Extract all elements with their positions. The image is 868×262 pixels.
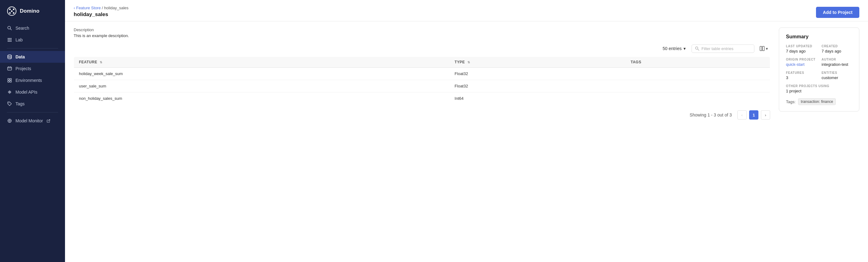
- svg-point-17: [8, 55, 11, 57]
- sidebar-divider: [7, 48, 58, 48]
- sidebar: Domino Search Lab Data Projects Environm…: [0, 0, 65, 262]
- description-text: This is an example description.: [74, 33, 770, 38]
- origin-project-label: ORIGIN PROJECT: [786, 58, 816, 61]
- sidebar-item-model-apis-label: Model APIs: [16, 89, 37, 95]
- table-header-row: FEATURE ⇅ TYPE ⇅ TAGS: [74, 57, 770, 68]
- page-1-button[interactable]: 1: [749, 110, 758, 120]
- sidebar-lab-item[interactable]: Lab: [0, 34, 65, 46]
- pagination-area: Showing 1 - 3 out of 3 ‹ 1 ›: [74, 110, 770, 120]
- sidebar-item-data-label: Data: [16, 54, 25, 59]
- sidebar-item-projects-label: Projects: [16, 66, 31, 71]
- features-value: 3: [786, 75, 816, 80]
- table-row: user_sale_sum Float32: [74, 80, 770, 92]
- table-cell-type: Int64: [450, 92, 626, 105]
- columns-button[interactable]: ▾: [757, 44, 770, 52]
- content-area: Description This is an example descripti…: [65, 21, 868, 262]
- svg-point-5: [11, 10, 13, 12]
- chevron-down-icon: ▾: [683, 46, 686, 51]
- created-label: CREATED: [822, 44, 852, 48]
- model-monitor-icon: [7, 118, 12, 123]
- search-icon: [7, 25, 12, 31]
- sidebar-divider-2: [7, 112, 58, 112]
- description-section: Description This is an example descripti…: [74, 28, 770, 38]
- description-label: Description: [74, 28, 770, 32]
- domino-logo-icon: [7, 6, 17, 16]
- svg-rect-9: [9, 38, 10, 39]
- sidebar-item-model-monitor[interactable]: Model Monitor: [0, 115, 65, 127]
- entries-label: 50 entries: [663, 46, 682, 51]
- table-cell-feature: non_holiday_sales_sum: [74, 92, 450, 105]
- svg-line-7: [10, 29, 11, 30]
- svg-point-4: [13, 12, 14, 14]
- data-icon: [7, 54, 12, 60]
- entries-dropdown[interactable]: 50 entries ▾: [660, 44, 688, 53]
- svg-rect-21: [8, 81, 9, 82]
- sidebar-item-model-apis[interactable]: Model APIs: [0, 86, 65, 98]
- table-cell-type: Float32: [450, 80, 626, 92]
- sidebar-item-environments[interactable]: Environments: [0, 74, 65, 86]
- content-left: Description This is an example descripti…: [74, 28, 770, 256]
- svg-rect-8: [8, 38, 9, 39]
- filter-search-icon: [695, 46, 699, 51]
- svg-rect-20: [10, 78, 11, 80]
- last-updated-item: LAST UPDATED 7 days ago: [786, 44, 816, 53]
- col-header-feature-label: FEATURE: [79, 60, 97, 64]
- svg-rect-19: [8, 78, 9, 80]
- col-header-type[interactable]: TYPE ⇅: [450, 57, 626, 68]
- svg-point-3: [9, 12, 11, 14]
- origin-project-value[interactable]: quick-start: [786, 62, 816, 67]
- table-row: non_holiday_sales_sum Int64: [74, 92, 770, 105]
- prev-page-button[interactable]: ‹: [737, 110, 747, 120]
- table-cell-tags: [626, 68, 770, 80]
- table-cell-feature: holiday_week_sale_sum: [74, 68, 450, 80]
- svg-rect-30: [760, 46, 762, 51]
- main-content: ‹ Feature Store / holiday_sales holiday_…: [65, 0, 868, 262]
- sidebar-item-data[interactable]: Data: [0, 51, 65, 63]
- svg-rect-12: [9, 40, 10, 40]
- last-updated-label: LAST UPDATED: [786, 44, 816, 48]
- next-page-button[interactable]: ›: [761, 110, 770, 120]
- svg-point-28: [695, 47, 698, 49]
- table-cell-type: Float32: [450, 68, 626, 80]
- sidebar-search-item[interactable]: Search: [0, 22, 65, 34]
- sidebar-item-model-monitor-label: Model Monitor: [16, 118, 43, 123]
- table-cell-feature: user_sale_sum: [74, 80, 450, 92]
- svg-point-24: [9, 103, 9, 104]
- svg-rect-13: [10, 40, 11, 40]
- col-header-type-label: TYPE: [455, 60, 465, 64]
- svg-line-27: [48, 120, 50, 121]
- svg-rect-11: [8, 40, 9, 40]
- svg-point-23: [9, 91, 10, 93]
- col-header-tags: TAGS: [626, 57, 770, 68]
- svg-rect-15: [9, 41, 10, 42]
- sidebar-lab-label: Lab: [16, 37, 23, 42]
- sort-icon-type: ⇅: [467, 61, 470, 64]
- tags-icon: [7, 101, 12, 107]
- sidebar-search-label: Search: [16, 26, 29, 31]
- add-to-project-button[interactable]: Add to Project: [816, 7, 859, 18]
- features-label: FEATURES: [786, 71, 816, 74]
- sidebar-item-tags-label: Tags: [16, 101, 25, 106]
- filter-input[interactable]: [702, 46, 751, 51]
- sidebar-item-projects[interactable]: Projects: [0, 63, 65, 74]
- feature-store-link[interactable]: ‹ Feature Store: [74, 6, 101, 10]
- last-updated-value: 7 days ago: [786, 49, 816, 53]
- model-apis-icon: [7, 89, 12, 95]
- sidebar-item-tags[interactable]: Tags: [0, 98, 65, 110]
- svg-rect-22: [10, 81, 11, 82]
- other-projects-label: OTHER PROJECTS USING: [786, 84, 852, 88]
- columns-icon: [760, 46, 765, 51]
- breadcrumb-area: ‹ Feature Store / holiday_sales holiday_…: [74, 6, 128, 17]
- svg-point-2: [13, 9, 14, 10]
- svg-rect-31: [763, 46, 764, 51]
- summary-panel: Summary LAST UPDATED 7 days ago CREATED …: [779, 28, 859, 112]
- environments-icon: [7, 78, 12, 83]
- sidebar-logo-text: Domino: [20, 8, 39, 14]
- sort-icon-feature: ⇅: [100, 61, 102, 64]
- table-controls: 50 entries ▾ ▾: [74, 44, 770, 53]
- author-value: integration-test: [822, 62, 852, 67]
- entities-item: ENTITIES customer: [822, 71, 852, 80]
- created-item: CREATED 7 days ago: [822, 44, 852, 53]
- col-header-feature[interactable]: FEATURE ⇅: [74, 57, 450, 68]
- svg-rect-18: [8, 67, 12, 70]
